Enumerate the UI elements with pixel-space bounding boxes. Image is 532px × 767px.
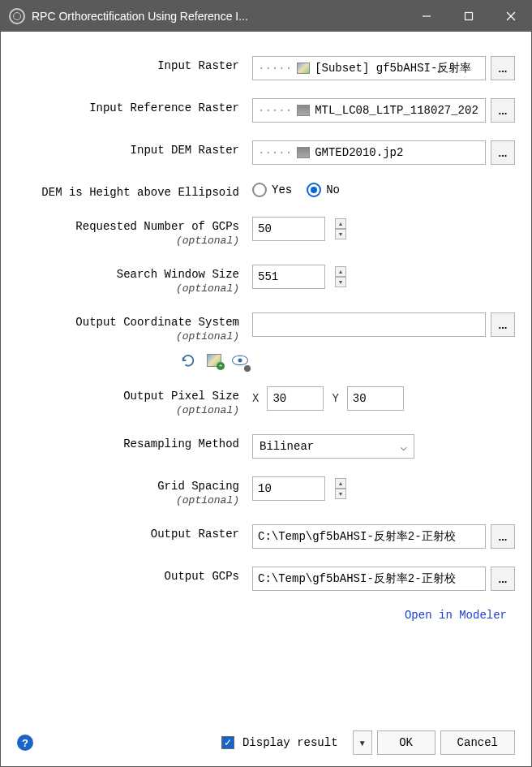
minimize-button[interactable] [414,4,439,28]
input-reference-label: Input Reference Raster [17,98,252,114]
dialog-content: Input Raster ····· [Subset] gf5bAHSI-反射率… [1,32,531,724]
input-raster-field[interactable]: ····· [Subset] gf5bAHSI-反射率 [252,56,486,80]
input-raster-label: Input Raster [17,56,252,72]
dem-ellipsoid-radio-group: Yes No [252,183,340,197]
gcps-spin-up[interactable]: ▲ [335,218,346,229]
input-reference-field[interactable]: ····· MTL_LC08_L1TP_118027_202 [252,98,486,123]
input-dem-label: Input DEM Raster [17,140,252,157]
output-raster-browse[interactable]: ... [491,524,515,549]
radio-no-label: No [326,183,340,196]
pixel-y-input[interactable] [347,386,404,411]
output-pixel-label: Output Pixel Size (optional) [17,386,252,416]
output-raster-label: Output Raster [17,524,252,541]
titlebar: RPC Orthorectification Using Reference I… [1,1,531,32]
tree-indent: ····· [258,62,292,75]
input-dem-field[interactable]: ····· GMTED2010.jp2 [252,140,486,165]
raster-icon [297,147,310,158]
output-crs-input[interactable] [252,312,486,337]
resampling-value: Bilinear [260,440,314,453]
input-reference-browse[interactable]: ... [491,98,515,123]
grid-spin-up[interactable]: ▲ [335,478,346,489]
optional-label: (optional) [17,404,239,416]
optional-label: (optional) [17,494,239,506]
grid-spin-down[interactable]: ▼ [335,489,346,499]
search-window-label: Search Window Size (optional) [17,265,252,295]
radio-icon [252,183,267,197]
output-gcps-label: Output GCPs [17,567,252,583]
output-gcps-browse[interactable]: ... [491,567,515,591]
grid-spacing-label: Grid Spacing (optional) [17,476,252,506]
preview-icon[interactable] [231,352,249,368]
dialog-footer: ? ✓ Display result ▼ OK Cancel [1,724,531,766]
pixel-x-label: X [252,392,259,405]
tree-indent: ····· [258,104,292,117]
ok-dropdown[interactable]: ▼ [353,730,372,755]
display-result-checkbox[interactable]: ✓ [221,736,234,749]
grid-spacing-input[interactable] [252,476,325,501]
maximize-button[interactable] [457,4,481,28]
output-crs-browse[interactable]: ... [491,312,515,337]
pixel-x-input[interactable] [267,386,324,411]
radio-yes-label: Yes [272,183,292,196]
gcps-spin-down[interactable]: ▼ [335,229,346,239]
resampling-select[interactable]: Bilinear ⌵ [252,434,414,459]
search-spin-up[interactable]: ▲ [335,266,346,277]
close-button[interactable] [499,4,523,28]
dem-ellipsoid-yes[interactable]: Yes [252,183,292,197]
optional-label: (optional) [17,282,239,295]
window-controls [414,4,523,28]
input-dem-value: GMTED2010.jp2 [315,146,403,159]
chevron-down-icon: ⌵ [401,440,407,454]
refresh-icon[interactable] [179,352,197,368]
raster-add-icon[interactable]: + [205,352,223,368]
output-crs-label: Output Coordinate System (optional) [17,312,252,343]
app-icon [9,8,25,24]
input-raster-value: [Subset] gf5bAHSI-反射率 [315,61,471,75]
crs-tool-icons: + [179,352,515,368]
svg-rect-1 [466,13,473,20]
help-icon[interactable]: ? [17,735,33,751]
cancel-button[interactable]: Cancel [440,730,515,755]
input-raster-browse[interactable]: ... [491,56,515,80]
output-gcps-input[interactable] [252,567,486,591]
input-dem-browse[interactable]: ... [491,140,515,165]
display-result-label: Display result [242,736,338,749]
requested-gcps-input[interactable] [252,217,325,241]
search-window-input[interactable] [252,265,325,289]
radio-icon [307,183,321,197]
optional-label: (optional) [17,235,239,247]
optional-label: (optional) [17,330,239,343]
tree-indent: ····· [258,146,292,159]
raster-icon [297,105,310,116]
output-raster-input[interactable] [252,524,486,549]
ok-button[interactable]: OK [377,730,435,755]
requested-gcps-label: Requested Number of GCPs (optional) [17,217,252,247]
search-spin-down[interactable]: ▼ [335,277,346,287]
resampling-label: Resampling Method [17,434,252,450]
dialog-window: RPC Orthorectification Using Reference I… [0,0,532,767]
dem-ellipsoid-label: DEM is Height above Ellipsoid [17,183,252,199]
pixel-y-label: Y [332,392,338,405]
window-title: RPC Orthorectification Using Reference I… [32,10,398,23]
open-in-modeler-link[interactable]: Open in Modeler [17,609,515,622]
dem-ellipsoid-no[interactable]: No [307,183,340,197]
input-reference-value: MTL_LC08_L1TP_118027_202 [315,104,478,117]
raster-icon [297,62,310,74]
